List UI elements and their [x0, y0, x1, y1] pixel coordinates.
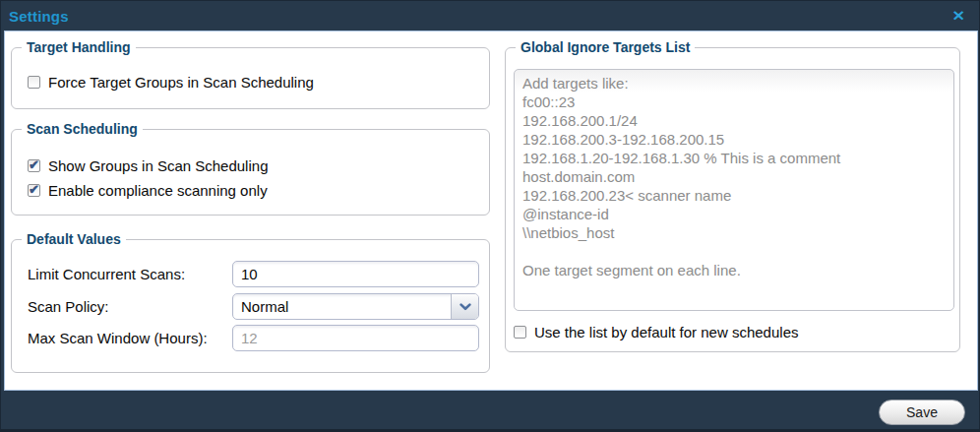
section-title: Default Values — [22, 231, 126, 247]
show-groups-row: Show Groups in Scan Scheduling — [28, 155, 268, 175]
use-list-default-row: Use the list by default for new schedule… — [514, 322, 798, 341]
scan-policy-select[interactable]: Normal — [232, 293, 479, 320]
max-window-label: Max Scan Window (Hours): — [28, 330, 232, 346]
ignore-targets-textarea[interactable]: Add targets like: fc00::23 192.168.200.1… — [514, 69, 954, 311]
title-bar: Settings ✕ — [1, 1, 979, 31]
show-groups-label: Show Groups in Scan Scheduling — [48, 157, 268, 174]
section-title: Global Ignore Targets List — [516, 39, 695, 55]
use-list-default-label: Use the list by default for new schedule… — [534, 324, 798, 340]
limit-concurrent-input[interactable] — [232, 261, 479, 287]
settings-dialog: Settings ✕ Target Handling Force Target … — [0, 0, 980, 432]
show-groups-checkbox[interactable] — [28, 159, 40, 172]
limit-concurrent-row: Limit Concurrent Scans: — [28, 261, 479, 287]
save-button[interactable]: Save — [879, 400, 965, 425]
content-panel: Target Handling Force Target Groups in S… — [4, 31, 978, 391]
max-window-row: Max Scan Window (Hours): — [28, 325, 479, 351]
section-default-values: Default Values Limit Concurrent Scans: S… — [11, 239, 490, 373]
compliance-only-checkbox[interactable] — [28, 184, 40, 197]
compliance-only-row: Enable compliance scanning only — [28, 180, 268, 200]
section-scan-scheduling: Scan Scheduling Show Groups in Scan Sche… — [11, 129, 490, 216]
scan-policy-row: Scan Policy: Normal — [28, 293, 479, 320]
scan-policy-selected-value: Normal — [241, 298, 288, 315]
compliance-only-label: Enable compliance scanning only — [48, 182, 268, 199]
max-window-input — [232, 325, 479, 351]
force-target-groups-row: Force Target Groups in Scan Scheduling — [28, 72, 314, 92]
dialog-title: Settings — [9, 8, 69, 25]
close-icon[interactable]: ✕ — [952, 9, 965, 23]
force-target-groups-checkbox[interactable] — [28, 76, 40, 89]
section-target-handling: Target Handling Force Target Groups in S… — [11, 47, 490, 109]
section-title: Scan Scheduling — [22, 121, 143, 137]
limit-concurrent-label: Limit Concurrent Scans: — [28, 266, 232, 282]
use-list-default-checkbox[interactable] — [514, 326, 526, 339]
chevron-down-icon[interactable] — [451, 294, 478, 319]
force-target-groups-label: Force Target Groups in Scan Scheduling — [48, 74, 314, 91]
scan-policy-label: Scan Policy: — [28, 298, 232, 315]
section-global-ignore-targets: Global Ignore Targets List Add targets l… — [505, 47, 960, 352]
section-title: Target Handling — [22, 39, 136, 55]
